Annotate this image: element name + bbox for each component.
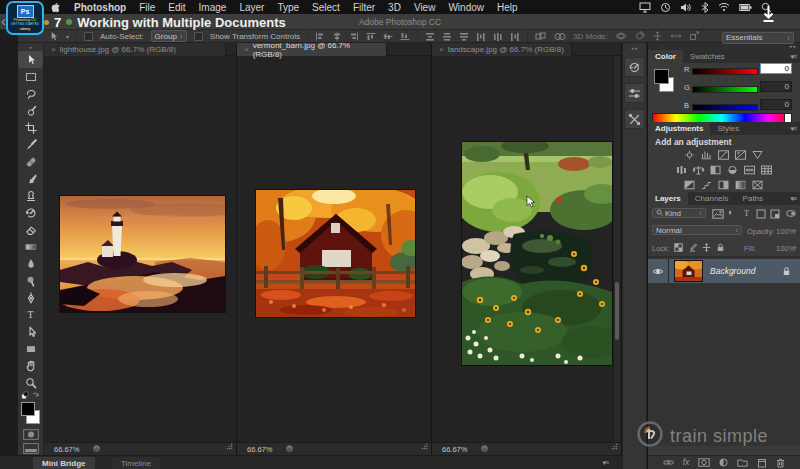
3d-slide-icon[interactable] [670, 31, 682, 41]
brush-tool[interactable] [18, 170, 43, 187]
screen-mode-button[interactable] [18, 441, 43, 455]
delete-layer-icon[interactable] [776, 458, 785, 468]
lasso-tool[interactable] [18, 85, 43, 102]
color-balance-icon[interactable] [691, 164, 706, 175]
lock-all-icon[interactable] [716, 243, 725, 252]
foreground-color-well[interactable] [654, 69, 669, 84]
filter-smart-objects-icon[interactable] [770, 209, 780, 219]
menu-edit[interactable]: Edit [168, 2, 185, 13]
quick-mask-button[interactable] [18, 427, 43, 441]
layer-visibility-toggle[interactable] [648, 259, 669, 283]
group-dropdown[interactable]: Group ↕ [151, 30, 187, 42]
menu-window[interactable]: Window [448, 2, 484, 13]
download-icon[interactable] [761, 4, 776, 28]
color-lookup-icon[interactable] [759, 164, 774, 175]
rectangle-tool[interactable] [18, 340, 43, 357]
lighthouse-image[interactable] [60, 196, 225, 312]
tab-paths[interactable]: Paths [736, 192, 770, 205]
filter-shape-layers-icon[interactable] [756, 209, 766, 219]
brightness-contrast-icon[interactable] [682, 149, 697, 160]
r-value-field[interactable]: 0 [760, 63, 792, 74]
channel-mixer-icon[interactable] [742, 164, 757, 175]
panel-menu-icon[interactable]: ▾≡ [790, 53, 796, 61]
eraser-tool[interactable] [18, 221, 43, 238]
new-layer-icon[interactable] [757, 458, 767, 468]
photo-filter-icon[interactable] [725, 164, 740, 175]
menu-layer[interactable]: Layer [239, 2, 264, 13]
distribute-left-icon[interactable] [476, 32, 486, 41]
3d-roll-icon[interactable] [634, 31, 645, 41]
distribute-top-icon[interactable] [425, 32, 435, 41]
display-icon[interactable] [639, 2, 651, 13]
tab-landscape[interactable]: × landscape.jpg @ 66.7% (RGB/8) [432, 43, 572, 56]
tab-vermont-barn[interactable]: × vermont_barn.jpg @ 66.7% (RGB/8) [237, 43, 387, 56]
tab-color[interactable]: Color [648, 50, 683, 63]
preset-dropdown-icon[interactable]: ▾ [66, 33, 69, 40]
layer-mask-icon[interactable] [698, 458, 710, 467]
b-value-field[interactable]: 0 [760, 99, 792, 110]
dodge-tool[interactable] [18, 272, 43, 289]
auto-align-icon[interactable] [535, 32, 547, 41]
opacity-dropdown-icon[interactable]: ▾ [794, 227, 797, 233]
dock-collapse-icon[interactable]: ◂◂ [623, 43, 646, 51]
status-icon[interactable] [285, 444, 294, 455]
distribute-right-icon[interactable] [510, 32, 520, 41]
exposure-icon[interactable] [733, 149, 748, 160]
distribute-center-icon[interactable] [493, 32, 503, 41]
apple-menu-icon[interactable] [50, 1, 61, 13]
align-center-h-icon[interactable] [332, 32, 342, 41]
zoom-level[interactable]: 66.67% [442, 445, 467, 454]
tool-presets-panel-button[interactable] [624, 109, 645, 129]
link-layers-icon[interactable] [663, 458, 674, 467]
g-value-field[interactable]: 0 [760, 81, 792, 92]
curves-icon[interactable] [716, 149, 731, 160]
layer-name[interactable]: Background [710, 266, 755, 276]
3d-scale-icon[interactable] [689, 31, 700, 41]
menu-photoshop[interactable]: Photoshop [74, 2, 126, 13]
menu-view[interactable]: View [414, 2, 436, 13]
history-brush-tool[interactable] [18, 204, 43, 221]
vibrance-icon[interactable] [750, 149, 765, 160]
status-icon[interactable] [92, 444, 101, 455]
blur-tool[interactable] [18, 255, 43, 272]
new-adjustment-layer-icon[interactable] [719, 458, 728, 467]
align-middle-icon[interactable] [383, 32, 393, 41]
filter-toggle-switch[interactable] [786, 210, 796, 217]
properties-panel-button[interactable] [624, 83, 645, 103]
wifi-icon[interactable] [718, 2, 730, 12]
distribute-middle-icon[interactable] [442, 32, 452, 41]
tab-styles[interactable]: Styles [710, 122, 746, 135]
selective-color-icon[interactable] [750, 179, 765, 190]
menu-type[interactable]: Type [277, 2, 299, 13]
tab-channels[interactable]: Channels [688, 192, 736, 205]
clone-stamp-tool[interactable] [18, 187, 43, 204]
layer-thumbnail[interactable] [674, 260, 703, 282]
close-icon[interactable]: × [51, 45, 56, 54]
align-left-icon[interactable] [315, 32, 325, 41]
vertical-scrollbar[interactable] [613, 56, 620, 442]
crop-tool[interactable] [18, 119, 43, 136]
align-top-icon[interactable] [366, 32, 376, 41]
align-bottom-icon[interactable] [400, 32, 410, 41]
default-and-swap-colors[interactable] [18, 391, 43, 400]
layer-row-background[interactable]: Background [648, 259, 800, 283]
path-selection-tool[interactable] [18, 323, 43, 340]
foreground-color-swatch[interactable] [21, 402, 35, 416]
vermont-barn-image[interactable] [256, 190, 415, 317]
invert-icon[interactable] [682, 179, 697, 190]
rectangular-marquee-tool[interactable] [18, 68, 43, 85]
layer-style-fx-icon[interactable]: fx [683, 458, 690, 467]
move-tool-preset-icon[interactable] [48, 31, 59, 42]
spot-healing-brush-tool[interactable] [18, 153, 43, 170]
threshold-icon[interactable] [716, 179, 731, 190]
g-slider[interactable] [692, 86, 758, 93]
menu-help[interactable]: Help [497, 2, 518, 13]
workspace-switcher[interactable]: Essentials ↕ [722, 32, 794, 44]
clock-icon[interactable] [660, 2, 671, 13]
zoom-tool[interactable] [18, 374, 43, 391]
tab-swatches[interactable]: Swatches [683, 50, 732, 63]
resize-grip-icon[interactable] [226, 443, 233, 452]
gradient-tool[interactable] [18, 238, 43, 255]
status-icon[interactable] [480, 444, 489, 455]
resize-grip-icon[interactable] [611, 443, 618, 452]
